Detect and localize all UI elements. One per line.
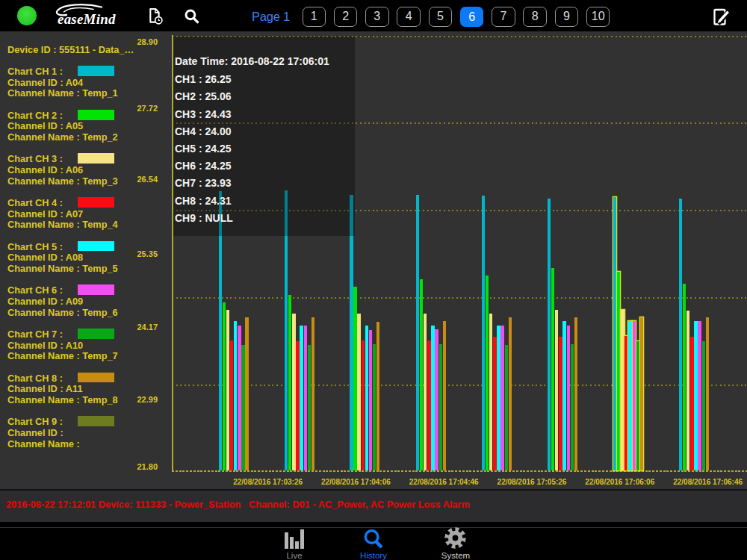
svg-text:easeMind: easeMind bbox=[58, 11, 116, 27]
